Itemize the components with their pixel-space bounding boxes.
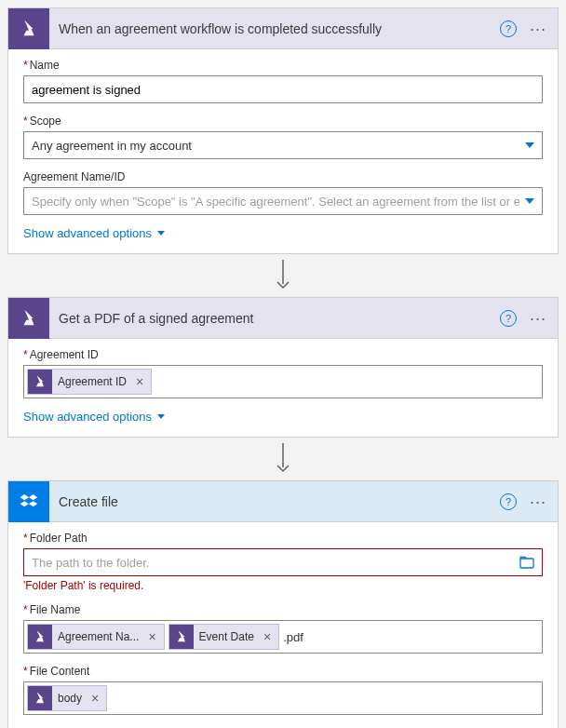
step-header[interactable]: Get a PDF of a signed agreement ? ··· bbox=[8, 298, 558, 339]
dynamic-token-agreement-name[interactable]: Agreement Na... × bbox=[27, 624, 165, 650]
folder-path-label: Folder Path bbox=[30, 532, 88, 545]
chevron-down-icon bbox=[525, 142, 534, 148]
scope-select[interactable]: Any agreement in my account bbox=[23, 131, 543, 159]
chevron-down-icon bbox=[525, 198, 534, 204]
more-icon[interactable]: ··· bbox=[530, 20, 546, 37]
adobe-sign-icon bbox=[8, 298, 49, 339]
agreement-id-select[interactable]: Specify only when "Scope" is "A specific… bbox=[23, 187, 543, 215]
field-scope: *Scope Any agreement in my account bbox=[23, 115, 543, 159]
agreement-id-label: Agreement Name/ID bbox=[23, 170, 125, 183]
help-icon[interactable]: ? bbox=[500, 493, 517, 510]
folder-path-error: 'Folder Path' is required. bbox=[23, 579, 543, 592]
dynamic-token-body[interactable]: body × bbox=[27, 685, 107, 711]
token-remove-icon[interactable]: × bbox=[132, 374, 147, 389]
svg-rect-2 bbox=[520, 559, 533, 568]
name-label: Name bbox=[30, 59, 60, 72]
token-remove-icon[interactable]: × bbox=[88, 691, 102, 706]
adobe-sign-icon bbox=[169, 625, 194, 649]
more-icon[interactable]: ··· bbox=[530, 493, 546, 510]
file-content-label: File Content bbox=[30, 665, 90, 678]
flow-step-create-file: Create file ? ··· *Folder Path The path … bbox=[7, 480, 559, 728]
field-file-content: *File Content body × bbox=[23, 665, 543, 715]
flow-step-get-pdf: Get a PDF of a signed agreement ? ··· *A… bbox=[7, 297, 559, 438]
flow-step-trigger: When an agreement workflow is completed … bbox=[7, 7, 559, 254]
show-advanced-toggle[interactable]: Show advanced options bbox=[23, 410, 543, 424]
file-name-label: File Name bbox=[30, 603, 81, 616]
flow-arrow bbox=[7, 254, 559, 297]
field-name: *Name bbox=[23, 59, 543, 103]
folder-path-placeholder: The path to the folder. bbox=[32, 556, 149, 570]
scope-label: Scope bbox=[30, 115, 61, 128]
field-folder-path: *Folder Path The path to the folder. 'Fo… bbox=[23, 532, 543, 592]
step-header[interactable]: Create file ? ··· bbox=[8, 481, 558, 522]
agreement-id-label: Agreement ID bbox=[30, 348, 99, 361]
step-header[interactable]: When an agreement workflow is completed … bbox=[8, 8, 558, 49]
file-content-input[interactable]: body × bbox=[23, 681, 543, 715]
name-input[interactable] bbox=[23, 75, 543, 103]
agreement-id-placeholder: Specify only when "Scope" is "A specific… bbox=[32, 195, 519, 209]
adobe-sign-icon bbox=[8, 8, 49, 49]
folder-picker-icon[interactable] bbox=[519, 556, 534, 569]
dynamic-token-agreement-id[interactable]: Agreement ID × bbox=[27, 369, 152, 395]
help-icon[interactable]: ? bbox=[500, 310, 517, 327]
field-agreement-id: Agreement Name/ID Specify only when "Sco… bbox=[23, 170, 543, 215]
show-advanced-toggle[interactable]: Show advanced options bbox=[23, 226, 543, 240]
dynamic-token-event-date[interactable]: Event Date × bbox=[168, 624, 280, 650]
dropbox-icon bbox=[8, 481, 49, 522]
agreement-id-input[interactable]: Agreement ID × bbox=[23, 365, 543, 398]
adobe-sign-icon bbox=[28, 370, 52, 394]
help-icon[interactable]: ? bbox=[500, 20, 517, 37]
token-remove-icon[interactable]: × bbox=[260, 629, 275, 644]
token-remove-icon[interactable]: × bbox=[144, 629, 159, 644]
adobe-sign-icon bbox=[28, 686, 52, 710]
scope-value: Any agreement in my account bbox=[32, 139, 192, 153]
file-extension: .pdf bbox=[283, 630, 303, 644]
step-title: When an agreement workflow is completed … bbox=[49, 21, 500, 36]
more-icon[interactable]: ··· bbox=[530, 310, 546, 327]
step-title: Get a PDF of a signed agreement bbox=[49, 311, 500, 326]
field-agreement-id: *Agreement ID Agreement ID × bbox=[23, 348, 543, 398]
adobe-sign-icon bbox=[28, 625, 52, 649]
flow-arrow bbox=[7, 438, 559, 480]
file-name-input[interactable]: Agreement Na... × Event Date × .pdf bbox=[23, 620, 543, 654]
folder-path-input[interactable]: The path to the folder. bbox=[23, 548, 543, 576]
chevron-down-icon bbox=[157, 231, 165, 236]
step-title: Create file bbox=[49, 494, 500, 509]
field-file-name: *File Name Agreement Na... × Event Date … bbox=[23, 603, 543, 654]
chevron-down-icon bbox=[157, 414, 165, 419]
